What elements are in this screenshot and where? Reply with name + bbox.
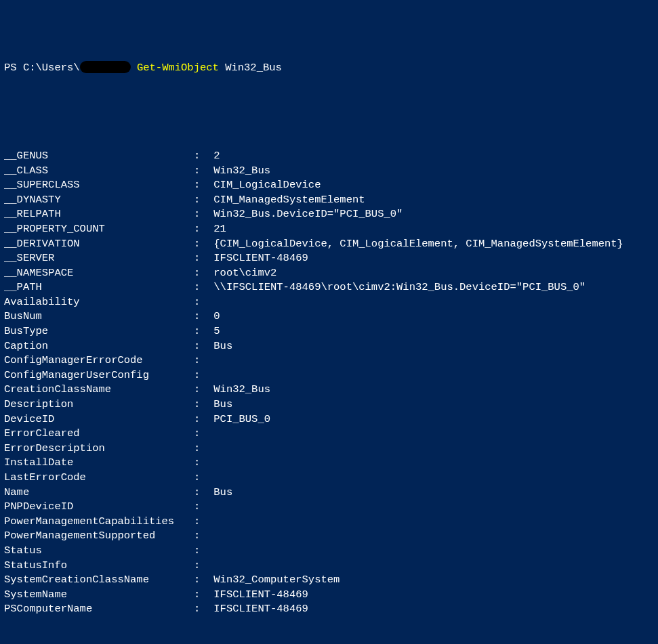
property-value: 21 [207,222,654,237]
property-separator: : [194,573,207,588]
property-row: ErrorDescription: [4,442,654,456]
property-value [207,427,654,442]
property-row: StatusInfo: [4,559,654,574]
property-row: PSComputerName: IFSCLIENT-48469 [4,602,654,617]
prompt-line[interactable]: PS C:\Users\ Get-WmiObject Win32_Bus [4,61,654,76]
property-row: ErrorCleared: [4,427,654,442]
property-value: \\IFSCLIENT-48469\root\cimv2:Win32_Bus.D… [207,280,654,295]
property-value: CIM_ManagedSystemElement [207,193,654,208]
property-separator: : [194,412,207,427]
output-block-1: __GENUS: 2__CLASS: Win32_Bus__SUPERCLASS… [4,149,654,617]
property-row: Availability: [4,295,654,310]
property-separator: : [194,588,207,603]
property-key: __DERIVATION [4,237,194,252]
property-key: ConfigManagerErrorCode [4,353,194,368]
property-value: Win32_Bus [207,164,654,179]
property-value: PCI_BUS_0 [207,412,654,427]
property-value [207,442,654,456]
property-row: Name: Bus [4,486,654,500]
property-row: __CLASS: Win32_Bus [4,164,654,179]
property-separator: : [194,207,207,222]
property-separator: : [194,486,207,500]
property-row: Description: Bus [4,398,654,412]
property-value [207,500,654,515]
property-value: 2 [207,149,654,164]
property-value: Bus [207,398,654,412]
property-key: PNPDeviceID [4,500,194,515]
property-separator: : [194,266,207,281]
property-row: BusType: 5 [4,324,654,339]
property-separator: : [194,339,207,354]
property-value: 5 [207,324,654,339]
property-value: IFSCLIENT-48469 [207,588,654,603]
property-separator: : [194,193,207,208]
property-value [207,529,654,544]
property-value: {CIM_LogicalDevice, CIM_LogicalElement, … [207,237,654,252]
property-value: root\cimv2 [207,266,654,281]
property-value [207,368,654,383]
property-row: InstallDate: [4,456,654,471]
property-row: CreationClassName: Win32_Bus [4,383,654,398]
property-key: Caption [4,339,194,354]
property-separator: : [194,442,207,456]
property-key: Description [4,398,194,412]
property-value [207,353,654,368]
property-separator: : [194,602,207,617]
property-key: StatusInfo [4,559,194,574]
property-value: CIM_LogicalDevice [207,178,654,193]
property-separator: : [194,164,207,179]
property-value: Win32_Bus [207,383,654,398]
property-row: __NAMESPACE: root\cimv2 [4,266,654,281]
property-key: __DYNASTY [4,193,194,208]
property-key: Status [4,544,194,559]
property-row: LastErrorCode: [4,471,654,486]
property-key: Availability [4,295,194,310]
property-separator: : [194,500,207,515]
property-value: IFSCLIENT-48469 [207,602,654,617]
property-key: InstallDate [4,456,194,471]
property-key: LastErrorCode [4,471,194,486]
property-row: ConfigManagerErrorCode: [4,353,654,368]
property-key: __SERVER [4,251,194,266]
property-key: PSComputerName [4,602,194,617]
property-row: DeviceID: PCI_BUS_0 [4,412,654,427]
property-key: BusType [4,324,194,339]
property-row: __SERVER: IFSCLIENT-48469 [4,251,654,266]
property-separator: : [194,398,207,412]
property-separator: : [194,456,207,471]
property-value: Win32_Bus.DeviceID="PCI_BUS_0" [207,207,654,222]
property-separator: : [194,529,207,544]
property-row: Caption: Bus [4,339,654,354]
property-separator: : [194,353,207,368]
property-key: Name [4,486,194,500]
property-row: __PROPERTY_COUNT: 21 [4,222,654,237]
property-row: __DYNASTY: CIM_ManagedSystemElement [4,193,654,208]
property-row: __DERIVATION: {CIM_LogicalDevice, CIM_Lo… [4,237,654,252]
property-value [207,295,654,310]
property-value: Bus [207,486,654,500]
property-key: __NAMESPACE [4,266,194,281]
property-value [207,456,654,471]
property-row: BusNum: 0 [4,309,654,324]
property-row: __RELPATH: Win32_Bus.DeviceID="PCI_BUS_0… [4,207,654,222]
prompt-space [131,61,137,76]
prompt-path: C:\Users\ [23,61,80,76]
property-separator: : [194,237,207,252]
property-separator: : [194,324,207,339]
property-value [207,559,654,574]
property-separator: : [194,368,207,383]
property-key: __RELPATH [4,207,194,222]
property-separator: : [194,280,207,295]
property-key: BusNum [4,309,194,324]
property-key: CreationClassName [4,383,194,398]
property-key: __PATH [4,280,194,295]
property-key: PowerManagementSupported [4,529,194,544]
property-separator: : [194,251,207,266]
property-row: PowerManagementCapabilities: [4,515,654,530]
property-key: __SUPERCLASS [4,178,194,193]
property-key: SystemName [4,588,194,603]
property-separator: : [194,309,207,324]
property-row: SystemCreationClassName: Win32_ComputerS… [4,573,654,588]
property-separator: : [194,515,207,530]
property-row: __PATH: \\IFSCLIENT-48469\root\cimv2:Win… [4,280,654,295]
